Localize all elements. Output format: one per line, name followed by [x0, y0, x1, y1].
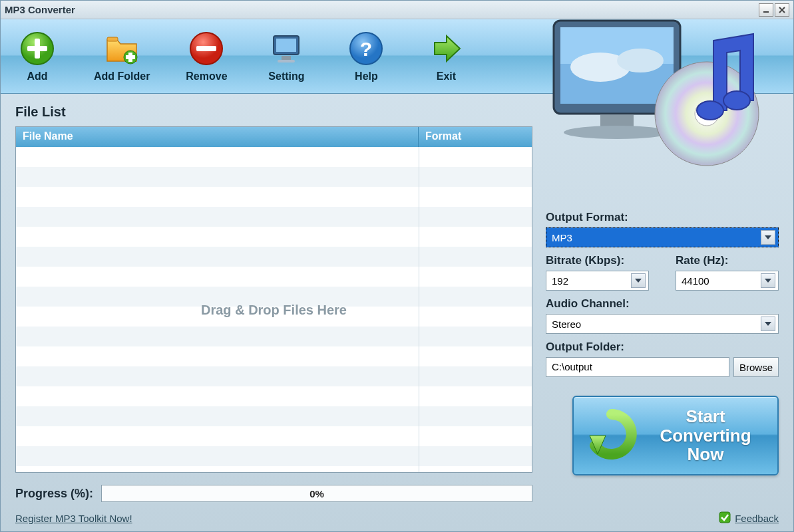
register-link[interactable]: Register MP3 Toolkit Now! — [15, 513, 132, 524]
svg-rect-0 — [763, 11, 769, 13]
svg-rect-7 — [126, 55, 135, 59]
arrow-down-circle-icon — [586, 409, 638, 463]
plus-icon — [19, 31, 55, 66]
browse-button[interactable]: Browse — [733, 357, 779, 377]
folder-plus-icon — [104, 31, 140, 66]
svg-rect-12 — [282, 56, 291, 60]
start-converting-button[interactable]: Start Converting Now — [572, 396, 779, 475]
chevron-down-icon — [761, 273, 775, 288]
feedback-link[interactable]: Feedback — [719, 511, 779, 525]
add-button[interactable]: Add — [14, 31, 61, 82]
progress-label: Progress (%): — [15, 487, 93, 501]
minimize-button[interactable] — [759, 3, 773, 17]
channel-label: Audio Channel: — [546, 297, 779, 311]
monitor-icon — [268, 31, 304, 66]
progress-value: 0% — [309, 488, 324, 499]
main-content: File List File Name Format Drag & Drop F… — [1, 94, 793, 510]
svg-rect-9 — [196, 46, 216, 51]
add-folder-button[interactable]: Add Folder — [94, 31, 150, 82]
output-folder-input[interactable]: C:\output — [546, 357, 729, 377]
minus-icon — [188, 31, 224, 66]
close-button[interactable] — [775, 3, 789, 17]
progress-bar: 0% — [101, 485, 532, 502]
help-button[interactable]: ? Help — [343, 31, 389, 82]
window-title: MP3 Converter — [5, 4, 75, 15]
chevron-down-icon — [761, 317, 775, 331]
channel-select[interactable]: Stereo — [546, 314, 779, 334]
output-format-label: Output Format: — [546, 211, 779, 224]
rate-select[interactable]: 44100 — [676, 271, 779, 291]
table-body[interactable]: Drag & Drop Files Here — [16, 147, 532, 472]
file-list-table[interactable]: File Name Format Drag & Drop Files Here — [15, 126, 532, 473]
svg-rect-3 — [27, 46, 47, 51]
app-window: MP3 Converter Add — [0, 0, 794, 532]
question-icon: ? — [348, 31, 384, 66]
svg-rect-13 — [278, 60, 295, 63]
table-header: File Name Format — [16, 127, 532, 147]
svg-text:?: ? — [360, 38, 372, 60]
start-button-label: Start Converting Now — [646, 407, 765, 464]
svg-rect-28 — [719, 512, 730, 523]
check-icon — [719, 511, 731, 525]
drop-hint: Drag & Drop Files Here — [201, 302, 347, 317]
left-panel: File List File Name Format Drag & Drop F… — [15, 104, 532, 505]
svg-rect-4 — [107, 37, 118, 41]
bitrate-label: Bitrate (Kbps): — [546, 254, 649, 267]
bitrate-select[interactable]: 192 — [546, 271, 649, 291]
footer: Register MP3 Toolkit Now! Feedback — [1, 510, 793, 531]
window-controls — [759, 3, 789, 17]
titlebar: MP3 Converter — [1, 1, 793, 19]
arrow-right-icon — [428, 31, 464, 66]
svg-rect-11 — [276, 39, 296, 52]
file-list-title: File List — [15, 104, 532, 120]
setting-button[interactable]: Setting — [263, 31, 309, 82]
exit-button[interactable]: Exit — [423, 31, 469, 82]
toolbar: Add Add Folder — [1, 19, 793, 94]
progress-row: Progress (%): 0% — [15, 485, 532, 505]
right-panel: Output Format: MP3 Bitrate (Kbps): 192 — [546, 104, 779, 505]
col-file-name[interactable]: File Name — [16, 127, 419, 147]
remove-button[interactable]: Remove — [183, 31, 230, 82]
chevron-down-icon — [761, 230, 775, 245]
output-format-select[interactable]: MP3 — [546, 227, 779, 247]
chevron-down-icon — [631, 273, 646, 288]
rate-label: Rate (Hz): — [676, 254, 779, 267]
col-format[interactable]: Format — [419, 127, 532, 147]
output-folder-label: Output Folder: — [546, 340, 779, 354]
